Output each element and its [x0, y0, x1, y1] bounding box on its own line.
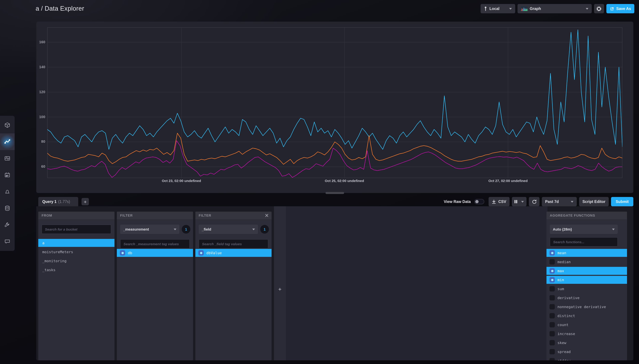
checkbox-icon[interactable] — [550, 304, 555, 310]
resize-handle[interactable] — [326, 192, 344, 194]
list-item[interactable]: _tasks — [38, 266, 114, 274]
x-axis-tick: Oct 27, 02:00 undefined — [482, 179, 535, 183]
query-tab-duration: (1.77s) — [58, 200, 70, 204]
y-axis-tick: 100 — [36, 114, 45, 118]
checkbox-icon[interactable] — [550, 358, 555, 360]
list-item[interactable]: distinct — [546, 312, 627, 320]
list-item[interactable]: mean — [546, 249, 627, 257]
timezone-dropdown[interactable]: Local — [480, 4, 515, 13]
chat-icon — [4, 238, 11, 245]
list-item-label: mean — [558, 251, 566, 255]
filter-key-dropdown[interactable]: _measurement — [120, 224, 180, 234]
list-item-label: increase — [558, 332, 575, 336]
checkbox-checked-icon[interactable] — [198, 250, 204, 256]
list-item[interactable]: derivative — [546, 294, 627, 302]
function-search-input[interactable] — [550, 237, 618, 246]
settings-button[interactable] — [594, 4, 604, 13]
page: a / Data Explorer Local Graph — [0, 0, 639, 364]
chevron-down-icon — [586, 8, 588, 10]
page-title: a / Data Explorer — [36, 5, 84, 12]
view-raw-data-toggle[interactable] — [474, 199, 484, 204]
database-icon — [4, 205, 11, 212]
checkbox-icon[interactable] — [550, 340, 555, 345]
checkbox-checked-icon[interactable] — [120, 250, 125, 256]
chevron-down-icon — [612, 228, 615, 230]
view-raw-data-label: View Raw Data — [444, 200, 471, 204]
window-period-dropdown[interactable]: Auto (28m) — [550, 224, 618, 234]
list-item-label: count — [558, 322, 568, 327]
list-item[interactable]: skew — [546, 339, 627, 347]
checkbox-icon[interactable] — [550, 313, 555, 318]
nav-tasks[interactable] — [0, 167, 15, 183]
list-item[interactable]: db — [117, 249, 193, 257]
list-item[interactable]: moistureMeters — [38, 248, 114, 256]
chevron-down-icon — [521, 201, 524, 202]
graph-plot[interactable] — [47, 27, 622, 178]
nav-home[interactable] — [0, 117, 15, 134]
nav-feedback[interactable] — [0, 233, 15, 250]
list-item[interactable]: a — [38, 239, 114, 247]
checkbox-icon[interactable] — [550, 295, 555, 300]
list-item[interactable]: count — [546, 321, 627, 329]
export-icon — [610, 6, 614, 11]
add-query-button[interactable]: + — [82, 198, 89, 205]
pause-icon — [515, 200, 517, 203]
nav-alerts[interactable] — [0, 183, 15, 200]
y-axis-tick: 120 — [36, 90, 45, 94]
list-item-label: derivative — [558, 296, 580, 300]
save-as-button[interactable]: Save As — [606, 4, 634, 13]
chart-card: 1601401201008060Oct 23, 02:00 undefinedO… — [36, 22, 633, 193]
checkbox-checked-icon[interactable] — [550, 268, 555, 274]
view-type-dropdown[interactable]: Graph — [517, 4, 592, 13]
data-explorer-icon — [4, 138, 11, 145]
pin-icon — [484, 6, 487, 11]
pause-dropdown[interactable] — [512, 197, 526, 206]
builder-empty-area — [286, 206, 548, 360]
list-item[interactable]: increase — [546, 330, 627, 338]
list-item-label: db — [128, 251, 132, 255]
view-type-label: Graph — [530, 7, 541, 11]
checkbox-icon[interactable] — [550, 349, 555, 354]
from-panel: FROM amoistureMeters_monitoring_tasks — [38, 212, 114, 360]
nav-dashboards[interactable] — [0, 150, 15, 167]
list-item-label: a — [42, 241, 44, 245]
tag-value-search-input[interactable] — [120, 239, 190, 248]
close-filter-button[interactable] — [265, 214, 268, 217]
checkbox-checked-icon[interactable] — [550, 277, 555, 282]
nav-data-explorer[interactable] — [0, 134, 15, 150]
checkbox-icon[interactable] — [550, 286, 555, 292]
nav-load-data[interactable] — [0, 200, 15, 216]
tag-value-search-input[interactable] — [199, 239, 268, 248]
checkbox-icon[interactable] — [550, 259, 555, 264]
list-item[interactable]: min — [546, 276, 627, 284]
wrench-icon — [4, 222, 11, 228]
submit-label: Submit — [616, 200, 629, 204]
list-item[interactable]: spread — [546, 348, 627, 356]
refresh-button[interactable] — [529, 197, 540, 206]
list-item[interactable]: dbValue — [195, 249, 272, 257]
checkbox-icon[interactable] — [550, 331, 555, 336]
filter-key-dropdown[interactable]: _field — [199, 224, 258, 234]
submit-button[interactable]: Submit — [611, 197, 633, 206]
nav-settings[interactable] — [0, 216, 15, 233]
selected-count-badge: 1 — [260, 225, 269, 234]
list-item[interactable]: max — [546, 267, 627, 275]
time-range-dropdown[interactable]: Past 7d — [542, 197, 577, 206]
checkbox-checked-icon[interactable] — [550, 250, 555, 256]
list-item[interactable]: nonnegative derivative — [546, 303, 627, 311]
csv-label: CSV — [498, 200, 506, 204]
list-item[interactable]: median — [546, 258, 627, 266]
list-item[interactable]: stddev — [546, 357, 627, 360]
list-item[interactable]: sum — [546, 285, 627, 293]
query-tab[interactable]: Query 1 (1.77s) — [38, 197, 78, 206]
add-filter-column[interactable]: + — [274, 206, 286, 360]
script-editor-button[interactable]: Script Editor — [579, 197, 609, 206]
tasks-calendar-icon — [4, 172, 11, 178]
bucket-search-input[interactable] — [42, 224, 111, 234]
filter-key-label: _measurement — [123, 227, 149, 231]
list-item[interactable]: _monitoring — [38, 257, 114, 265]
filter-panel-measurement: FILTER _measurement 1 db — [117, 212, 193, 360]
csv-button[interactable]: CSV — [489, 197, 510, 206]
list-item-label: nonnegative derivative — [558, 304, 606, 309]
checkbox-icon[interactable] — [550, 322, 555, 328]
